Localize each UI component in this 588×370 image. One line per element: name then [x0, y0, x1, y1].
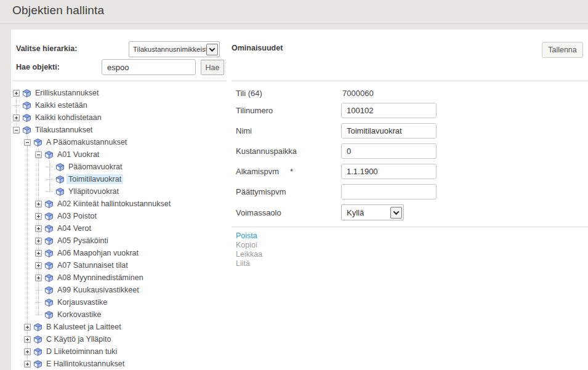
paste-link: Liitä	[236, 259, 262, 268]
field-label: Voimassaolo	[236, 208, 341, 217]
tree-item[interactable]: Korjausvastike	[11, 296, 228, 308]
tree-item-label[interactable]: D Liiketoiminnan tuki	[44, 347, 119, 356]
object-management-window: Objektien hallinta Valitse hierarkia: Ti…	[0, 0, 588, 370]
form-row: Alkamispvm*	[236, 164, 494, 179]
tree-item-label[interactable]: A07 Satunnaiset tilat	[55, 260, 130, 270]
field-input[interactable]	[341, 184, 437, 199]
expand-icon[interactable]	[35, 250, 42, 257]
object-cube-icon	[56, 163, 64, 171]
field-input[interactable]	[341, 103, 437, 118]
tree-item[interactable]: C Käyttö ja Ylläpito	[11, 333, 228, 345]
tree-item-label[interactable]: Ylläpitovuokrat	[66, 187, 121, 196]
tree-item-label[interactable]: A03 Poistot	[55, 211, 99, 221]
chevron-down-icon[interactable]	[390, 207, 402, 219]
tree-item-label[interactable]: E Hallintokustannukset	[44, 359, 126, 369]
tree-item-label[interactable]: A05 Pysäköinti	[55, 236, 110, 246]
tree-item-label[interactable]: A06 Maapohjan vuokrat	[55, 248, 140, 258]
expand-icon[interactable]	[24, 348, 31, 355]
tree-item-label[interactable]: A Pääomakustannukset	[44, 137, 129, 147]
hierarchy-select[interactable]: Tilakustannusnimikkeistö	[129, 41, 220, 57]
tree-item[interactable]: B Kalusteet ja Laitteet	[11, 321, 228, 333]
expand-icon[interactable]	[24, 336, 31, 343]
tree-item-label[interactable]: Pääomavuokrat	[66, 162, 124, 172]
tree-item[interactable]: A01 Vuokrat	[11, 148, 228, 161]
collapse-icon[interactable]	[35, 151, 42, 158]
tree-item[interactable]: A06 Maapohjan vuokrat	[11, 247, 228, 259]
expand-icon[interactable]	[35, 275, 42, 281]
tree-item-label[interactable]: A99 Kuukausivastikkeet	[55, 285, 141, 295]
field-input[interactable]	[341, 143, 437, 159]
tree-item-label[interactable]: C Käyttö ja Ylläpito	[44, 334, 113, 344]
field-input[interactable]	[341, 123, 437, 139]
search-button[interactable]: Hae	[201, 60, 224, 75]
expand-icon[interactable]	[13, 115, 20, 121]
tree-item[interactable]: Korkovastike	[11, 308, 228, 321]
tree-item-label[interactable]: B Kalusteet ja Laitteet	[44, 322, 123, 332]
tree-item-label[interactable]: Kaikki kohdistetaan	[33, 113, 103, 123]
tree-item[interactable]: Ylläpitovuokrat	[11, 185, 228, 198]
field-static-value: 7000060	[341, 89, 374, 98]
chevron-down-icon[interactable]	[206, 44, 218, 55]
tree-item-label[interactable]: A01 Vuokrat	[55, 150, 101, 159]
object-cube-icon	[45, 212, 53, 220]
delete-link[interactable]: Poista	[236, 231, 262, 241]
right-panel-divider	[232, 81, 588, 81]
tree-item-label[interactable]: Korjausvastike	[55, 297, 109, 307]
left-panel-divider	[12, 81, 227, 81]
collapse-icon[interactable]	[24, 139, 31, 146]
expand-icon[interactable]	[35, 213, 42, 220]
object-cube-icon	[23, 102, 31, 110]
tree-item[interactable]: Pääomavuokrat	[11, 161, 228, 173]
tree-item-label[interactable]: A08 Myynninedistäminen	[55, 273, 145, 283]
object-cube-icon	[34, 360, 42, 368]
tree-item[interactable]: A Pääomakustannukset	[11, 136, 228, 148]
object-cube-icon	[45, 225, 53, 233]
field-label: Tili (64)	[236, 89, 341, 98]
expand-icon[interactable]	[35, 201, 42, 207]
properties-form: Tili (64)7000060TilinumeroNimiKustannusp…	[236, 87, 494, 225]
tree-item-label[interactable]: A04 Verot	[55, 223, 93, 233]
object-cube-icon	[45, 299, 53, 307]
tree-item[interactable]: Kaikki kohdistetaan	[11, 111, 228, 124]
search-input[interactable]	[102, 59, 196, 75]
tree-item[interactable]: Kaikki estetään	[11, 99, 228, 111]
expand-icon[interactable]	[35, 238, 42, 244]
form-row: Nimi	[236, 123, 494, 139]
collapse-icon[interactable]	[13, 127, 20, 134]
tree-item[interactable]: A04 Verot	[11, 222, 228, 235]
field-select[interactable]: Kyllä	[341, 204, 404, 220]
tree-item[interactable]: A02 Kiinteät hallintokustannukset	[11, 198, 228, 210]
field-input[interactable]	[341, 164, 437, 179]
tree-item[interactable]: Toimitilavuokrat	[11, 173, 228, 185]
tree-item[interactable]: A08 Myynninedistäminen	[11, 271, 228, 284]
field-label: Päättymispvm	[236, 187, 341, 196]
tree-item[interactable]: E Hallintokustannukset	[11, 358, 228, 370]
expand-icon[interactable]	[35, 225, 42, 232]
search-label: Hae objekti:	[16, 63, 60, 71]
tree-item[interactable]: Erilliskustannukset	[11, 87, 228, 99]
tree-item-label[interactable]: Tilakustannukset	[33, 125, 94, 135]
page-title: Objektien hallinta	[12, 4, 104, 17]
tree-item[interactable]: Tilakustannukset	[11, 124, 228, 136]
tree-item[interactable]: A99 Kuukausivastikkeet	[11, 284, 228, 296]
tree-item-label[interactable]: A02 Kiinteät hallintokustannukset	[55, 199, 172, 209]
tree-item-label[interactable]: Korkovastike	[55, 310, 103, 320]
expand-icon[interactable]	[13, 90, 20, 97]
tree-item[interactable]: A05 Pysäköinti	[11, 235, 228, 247]
expand-icon[interactable]	[35, 262, 42, 269]
tree-item[interactable]: A03 Poistot	[11, 210, 228, 222]
object-cube-icon	[23, 89, 31, 97]
object-cube-icon	[45, 200, 53, 208]
tree-item-label[interactable]: Toimitilavuokrat	[66, 174, 123, 184]
tree-item-label[interactable]: Kaikki estetään	[33, 100, 89, 110]
save-button[interactable]: Tallenna	[542, 42, 583, 58]
expand-icon[interactable]	[24, 361, 31, 368]
tree-item[interactable]: D Liiketoiminnan tuki	[11, 345, 228, 358]
required-marker: *	[290, 167, 293, 176]
expand-icon[interactable]	[24, 324, 31, 331]
tree-item-label[interactable]: Erilliskustannukset	[33, 88, 101, 98]
tree-item[interactable]: A07 Satunnaiset tilat	[11, 259, 228, 271]
properties-title: Ominaisuudet	[232, 44, 283, 52]
tree-connector	[13, 105, 20, 106]
field-label: Tilinumero	[236, 106, 341, 115]
